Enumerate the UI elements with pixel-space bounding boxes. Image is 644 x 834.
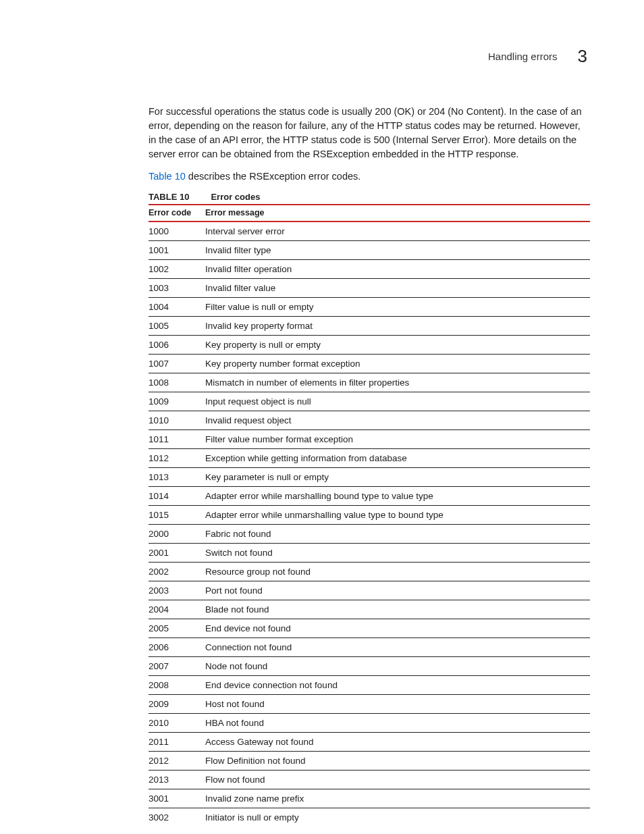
table-row: 1014Adapter error while marshalling boun… <box>149 487 590 506</box>
cell-error-code: 2002 <box>149 563 205 581</box>
table-row: 1009Input request object is null <box>149 392 590 411</box>
table-row: 3001Invalid zone name prefix <box>149 789 590 808</box>
cell-error-message: Filter value is null or empty <box>205 298 590 317</box>
cell-error-code: 2013 <box>149 771 205 789</box>
table-row: 1004Filter value is null or empty <box>149 298 590 317</box>
cell-error-message: Invalid filter type <box>205 241 590 260</box>
table-intro-rest: describes the RSException error codes. <box>186 171 361 182</box>
cell-error-code: 2010 <box>149 714 205 733</box>
table-row: 1000Interval server error <box>149 221 590 241</box>
table-row: 1001Invalid filter type <box>149 241 590 260</box>
chapter-number: 3 <box>578 46 587 67</box>
table-row: 3002Initiator is null or empty <box>149 808 590 827</box>
error-codes-table: Error code Error message 1000Interval se… <box>149 205 590 827</box>
table-row: 2004Blade not found <box>149 600 590 619</box>
cell-error-message: Connection not found <box>205 638 590 657</box>
cell-error-message: Interval server error <box>205 221 590 241</box>
cell-error-code: 1014 <box>149 487 205 506</box>
cell-error-message: Flow Definition not found <box>205 752 590 771</box>
cell-error-code: 1004 <box>149 298 205 317</box>
table-row: 1003Invalid filter value <box>149 279 590 298</box>
cell-error-message: HBA not found <box>205 714 590 733</box>
table-row: 2005End device not found <box>149 619 590 638</box>
cell-error-message: Adapter error while unmarshalling value … <box>205 506 590 525</box>
cell-error-message: Input request object is null <box>205 392 590 411</box>
cell-error-message: End device not found <box>205 619 590 638</box>
cell-error-code: 1001 <box>149 241 205 260</box>
cell-error-message: Filter value number format exception <box>205 430 590 449</box>
table-row: 1011Filter value number format exception <box>149 430 590 449</box>
cell-error-code: 2012 <box>149 752 205 771</box>
cell-error-message: Key property number format exception <box>205 355 590 373</box>
table-row: 1005Invalid key property format <box>149 317 590 336</box>
cell-error-code: 1010 <box>149 411 205 430</box>
table-row: 2010HBA not found <box>149 714 590 733</box>
cell-error-message: Resource group not found <box>205 563 590 581</box>
table-row: 2012Flow Definition not found <box>149 752 590 771</box>
table-row: 2008End device connection not found <box>149 676 590 695</box>
cell-error-message: Adapter error while marshalling bound ty… <box>205 487 590 506</box>
cell-error-code: 1008 <box>149 373 205 392</box>
table-row: 1007Key property number format exception <box>149 355 590 373</box>
cell-error-message: Invalid filter operation <box>205 260 590 279</box>
cell-error-code: 2005 <box>149 619 205 638</box>
table-caption: TABLE 10 Error codes <box>149 192 590 205</box>
table-row: 1006Key property is null or empty <box>149 336 590 355</box>
cell-error-message: Invalid zone name prefix <box>205 789 590 808</box>
table-link[interactable]: Table 10 <box>149 171 186 182</box>
cell-error-message: Blade not found <box>205 600 590 619</box>
table-row: 1015Adapter error while unmarshalling va… <box>149 506 590 525</box>
error-codes-table-wrap: TABLE 10 Error codes Error code Error me… <box>149 192 590 827</box>
cell-error-code: 2001 <box>149 544 205 563</box>
cell-error-message: End device connection not found <box>205 676 590 695</box>
cell-error-code: 2003 <box>149 581 205 600</box>
cell-error-code: 1009 <box>149 392 205 411</box>
page-content: For successful operations the status cod… <box>54 105 590 827</box>
page-header: Handling errors 3 <box>54 46 590 67</box>
cell-error-message: Fabric not found <box>205 525 590 544</box>
cell-error-code: 1011 <box>149 430 205 449</box>
cell-error-message: Access Gateway not found <box>205 733 590 752</box>
cell-error-code: 1013 <box>149 468 205 487</box>
table-row: 2001Switch not found <box>149 544 590 563</box>
cell-error-code: 1006 <box>149 336 205 355</box>
cell-error-message: Key parameter is null or empty <box>205 468 590 487</box>
table-row: 2000Fabric not found <box>149 525 590 544</box>
table-row: 2002Resource group not found <box>149 563 590 581</box>
table-row: 2013Flow not found <box>149 771 590 789</box>
cell-error-code: 1015 <box>149 506 205 525</box>
cell-error-code: 1005 <box>149 317 205 336</box>
cell-error-message: Invalid filter value <box>205 279 590 298</box>
cell-error-message: Initiator is null or empty <box>205 808 590 827</box>
section-title: Handling errors <box>488 51 558 62</box>
cell-error-code: 1003 <box>149 279 205 298</box>
table-row: 2011Access Gateway not found <box>149 733 590 752</box>
cell-error-message: Port not found <box>205 581 590 600</box>
table-row: 1002Invalid filter operation <box>149 260 590 279</box>
col-header-message: Error message <box>205 205 590 221</box>
cell-error-message: Invalid request object <box>205 411 590 430</box>
cell-error-code: 2006 <box>149 638 205 657</box>
cell-error-message: Invalid key property format <box>205 317 590 336</box>
table-header-row: Error code Error message <box>149 205 590 221</box>
cell-error-message: Node not found <box>205 657 590 676</box>
cell-error-code: 2007 <box>149 657 205 676</box>
cell-error-code: 1007 <box>149 355 205 373</box>
cell-error-message: Switch not found <box>205 544 590 563</box>
table-row: 2009Host not found <box>149 695 590 714</box>
table-row: 1010Invalid request object <box>149 411 590 430</box>
cell-error-message: Mismatch in number of elements in filter… <box>205 373 590 392</box>
cell-error-code: 2000 <box>149 525 205 544</box>
table-title: Error codes <box>211 192 260 202</box>
cell-error-code: 1002 <box>149 260 205 279</box>
table-row: 1012Exception while getting information … <box>149 449 590 468</box>
cell-error-code: 1012 <box>149 449 205 468</box>
cell-error-code: 2011 <box>149 733 205 752</box>
col-header-code: Error code <box>149 205 205 221</box>
cell-error-message: Host not found <box>205 695 590 714</box>
cell-error-code: 1000 <box>149 221 205 241</box>
cell-error-code: 2008 <box>149 676 205 695</box>
cell-error-code: 3001 <box>149 789 205 808</box>
intro-paragraph: For successful operations the status cod… <box>149 105 590 161</box>
cell-error-message: Key property is null or empty <box>205 336 590 355</box>
